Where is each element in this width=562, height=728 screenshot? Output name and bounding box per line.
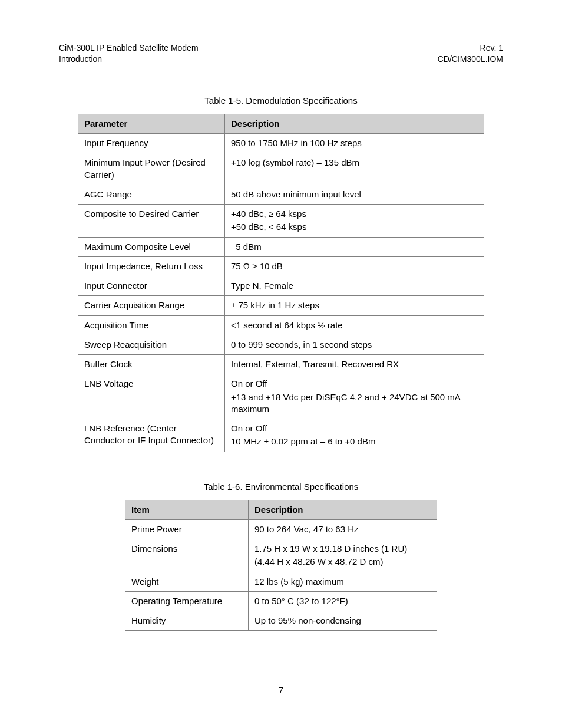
desc-cell: On or Off+13 and +18 Vdc per DiSEqC 4.2 … [225, 374, 484, 419]
table-row: Maximum Composite Level–5 dBm [78, 237, 484, 256]
header-right-line1: Rev. 1 [438, 42, 503, 54]
desc-cell: –5 dBm [225, 237, 484, 256]
desc-line: 90 to 264 Vac, 47 to 63 Hz [254, 523, 432, 535]
desc-cell: 0 to 50° C (32 to 122°F) [249, 591, 437, 611]
table-row: Composite to Desired Carrier+40 dBc, ≥ 6… [78, 205, 484, 238]
desc-cell: Type N, Female [225, 276, 484, 296]
table2-col2-header: Description [249, 500, 437, 519]
header-left-line2: Introduction [59, 54, 199, 65]
desc-line: +40 dBc, ≥ 64 ksps [231, 208, 479, 220]
param-cell: Acquisition Time [78, 315, 225, 335]
desc-line: 50 dB above minimum input level [231, 189, 479, 200]
param-cell: AGC Range [78, 185, 225, 204]
param-cell: Humidity [125, 611, 249, 631]
table-row: Input Impedance, Return Loss75 Ω ≥ 10 dB [78, 256, 484, 276]
param-cell: LNB Voltage [78, 374, 225, 419]
param-cell: Buffer Clock [78, 355, 225, 374]
table1-col2-header: Description [225, 114, 484, 133]
param-cell: LNB Reference (Center Conductor or IF In… [78, 419, 225, 452]
table-row: Input ConnectorType N, Female [78, 276, 484, 296]
desc-line: +13 and +18 Vdc per DiSEqC 4.2 and + 24V… [231, 391, 479, 416]
page-number: 7 [0, 685, 562, 695]
desc-cell: Up to 95% non-condensing [249, 611, 437, 631]
header-right-line2: CD/CIM300L.IOM [438, 54, 503, 65]
desc-line: Type N, Female [231, 280, 479, 292]
desc-cell: +10 log (symbol rate) – 135 dBm [225, 153, 484, 185]
desc-cell: 1.75 H x 19 W x 19.18 D inches (1 RU)(4.… [249, 539, 437, 572]
table-row: HumidityUp to 95% non-condensing [125, 611, 437, 631]
table-row: Minimum Input Power (Desired Carrier)+10… [78, 153, 484, 185]
table-row: Input Frequency950 to 1750 MHz in 100 Hz… [78, 134, 484, 153]
desc-cell: <1 second at 64 kbps ½ rate [225, 315, 484, 335]
desc-cell: 90 to 264 Vac, 47 to 63 Hz [249, 519, 437, 539]
document-page: CiM-300L IP Enabled Satellite Modem Intr… [0, 0, 562, 728]
param-cell: Composite to Desired Carrier [78, 205, 225, 238]
demodulation-specs-table: Parameter Description Input Frequency950… [78, 114, 484, 452]
table-row: Carrier Acquisition Range± 75 kHz in 1 H… [78, 296, 484, 315]
desc-line: 950 to 1750 MHz in 100 Hz steps [231, 137, 479, 149]
table1-body: Input Frequency950 to 1750 MHz in 100 Hz… [78, 134, 484, 452]
param-cell: Dimensions [125, 539, 249, 572]
header-left-line1: CiM-300L IP Enabled Satellite Modem [59, 42, 199, 54]
param-cell: Minimum Input Power (Desired Carrier) [78, 153, 225, 185]
desc-line: 12 lbs (5 kg) maximum [254, 576, 432, 588]
desc-cell: +40 dBc, ≥ 64 ksps+50 dBc, < 64 ksps [225, 205, 484, 238]
param-cell: Prime Power [125, 519, 249, 539]
table-row: Weight12 lbs (5 kg) maximum [125, 572, 437, 591]
table-row: Acquisition Time<1 second at 64 kbps ½ r… [78, 315, 484, 335]
param-cell: Operating Temperature [125, 591, 249, 611]
table-row: Operating Temperature0 to 50° C (32 to 1… [125, 591, 437, 611]
desc-line: 0 to 50° C (32 to 122°F) [254, 595, 432, 607]
table-row: Prime Power90 to 264 Vac, 47 to 63 Hz [125, 519, 437, 539]
desc-line: (4.44 H x 48.26 W x 48.72 D cm) [254, 556, 432, 568]
table-header-row: Parameter Description [78, 114, 484, 133]
page-header: CiM-300L IP Enabled Satellite Modem Intr… [59, 42, 503, 65]
desc-cell: ± 75 kHz in 1 Hz steps [225, 296, 484, 315]
header-right: Rev. 1 CD/CIM300L.IOM [438, 42, 503, 65]
param-cell: Carrier Acquisition Range [78, 296, 225, 315]
desc-line: +10 log (symbol rate) – 135 dBm [231, 157, 479, 169]
desc-line: On or Off [231, 378, 479, 390]
param-cell: Input Frequency [78, 134, 225, 153]
desc-cell: On or Off10 MHz ± 0.02 ppm at – 6 to +0 … [225, 419, 484, 452]
table1-title: Table 1-5. Demodulation Specifications [59, 95, 503, 106]
desc-line: +50 dBc, < 64 ksps [231, 221, 479, 233]
desc-line: <1 second at 64 kbps ½ rate [231, 319, 479, 331]
param-cell: Input Connector [78, 276, 225, 296]
desc-cell: 50 dB above minimum input level [225, 185, 484, 204]
desc-line: ± 75 kHz in 1 Hz steps [231, 299, 479, 311]
desc-line: 0 to 999 seconds, in 1 second steps [231, 339, 479, 351]
table2-col1-header: Item [125, 500, 249, 519]
desc-line: On or Off [231, 423, 479, 434]
table-row: Dimensions1.75 H x 19 W x 19.18 D inches… [125, 539, 437, 572]
desc-cell: 75 Ω ≥ 10 dB [225, 256, 484, 276]
desc-line: 1.75 H x 19 W x 19.18 D inches (1 RU) [254, 543, 432, 555]
desc-line: –5 dBm [231, 241, 479, 253]
desc-cell: 950 to 1750 MHz in 100 Hz steps [225, 134, 484, 153]
table-header-row: Item Description [125, 500, 437, 519]
table2-body: Prime Power90 to 264 Vac, 47 to 63 HzDim… [125, 519, 437, 631]
table-row: Sweep Reacquisition0 to 999 seconds, in … [78, 335, 484, 354]
param-cell: Maximum Composite Level [78, 237, 225, 256]
table-row: LNB Reference (Center Conductor or IF In… [78, 419, 484, 452]
desc-line: 75 Ω ≥ 10 dB [231, 261, 479, 272]
desc-cell: 12 lbs (5 kg) maximum [249, 572, 437, 591]
param-cell: Sweep Reacquisition [78, 335, 225, 354]
param-cell: Input Impedance, Return Loss [78, 256, 225, 276]
environmental-specs-table: Item Description Prime Power90 to 264 Va… [125, 500, 437, 631]
desc-line: 10 MHz ± 0.02 ppm at – 6 to +0 dBm [231, 436, 479, 447]
desc-cell: Internal, External, Transmit, Recovered … [225, 355, 484, 374]
table2-title: Table 1-6. Environmental Specifications [59, 482, 503, 492]
table-row: LNB VoltageOn or Off+13 and +18 Vdc per … [78, 374, 484, 419]
header-left: CiM-300L IP Enabled Satellite Modem Intr… [59, 42, 199, 65]
desc-line: Up to 95% non-condensing [254, 615, 432, 627]
desc-cell: 0 to 999 seconds, in 1 second steps [225, 335, 484, 354]
table-row: AGC Range50 dB above minimum input level [78, 185, 484, 204]
desc-line: Internal, External, Transmit, Recovered … [231, 358, 479, 370]
table-row: Buffer ClockInternal, External, Transmit… [78, 355, 484, 374]
table1-col1-header: Parameter [78, 114, 225, 133]
param-cell: Weight [125, 572, 249, 591]
